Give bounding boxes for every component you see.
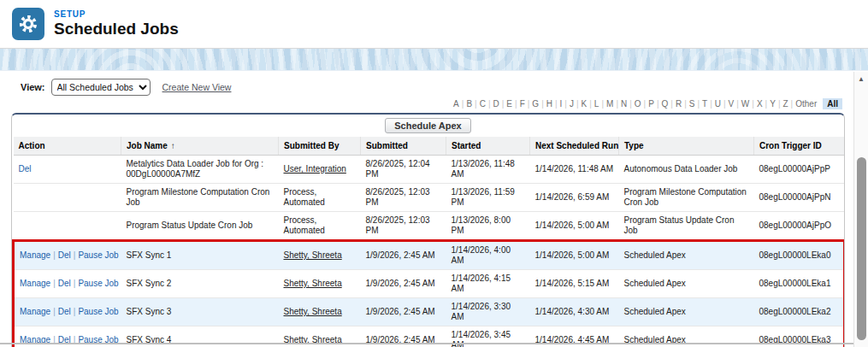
alphabet-index: ABCDEFGHIJKLMNOPQRSTUVWXYZ Other All [0,97,868,110]
pause-job-link[interactable]: Pause Job [78,307,118,316]
alphabet-letter-link[interactable]: X [757,99,770,109]
table-header-row: Action Job Name↑ Submitted By Submitted … [14,137,845,156]
alphabet-letter-link[interactable]: D [493,99,507,109]
alphabet-letter-link[interactable]: Z [782,99,795,109]
alphabet-letter-link[interactable]: V [729,99,741,109]
started-cell: 1/14/2026, 4:00 AM [446,241,530,270]
vertical-scrollbar[interactable]: ▲ [853,72,868,347]
job-name-cell: Program Milestone Computation Cron Job [121,184,279,212]
table-row-annotated: Manage|Del|Pause Job SFX Sync 3 Shetty, … [14,298,845,326]
cron-id-cell: 08egL00000AjPpP [754,156,845,184]
started-cell: 1/14/2026, 4:15 AM [446,270,530,298]
submitted-cell: 8/26/2025, 12:03 PM [361,184,446,212]
column-header-cron-trigger-id[interactable]: Cron Trigger ID [754,137,845,156]
column-header-submitted[interactable]: Submitted [361,137,446,156]
pause-job-link[interactable]: Pause Job [78,250,118,260]
alphabet-all-link-active[interactable]: All [823,98,842,109]
started-cell: 1/13/2026, 8:00 PM [446,212,530,241]
column-header-submitted-by[interactable]: Submitted By [279,137,361,156]
alphabet-letter-link[interactable]: B [466,99,479,109]
submitted-by-cell: Process, Automated [279,212,361,241]
submitted-by-cell: Process, Automated [279,184,361,212]
alphabet-letter-link[interactable]: N [621,99,635,109]
del-link[interactable]: Del [58,250,71,260]
column-header-started[interactable]: Started [446,137,530,156]
alphabet-letter-link[interactable]: E [506,99,519,109]
table-row: Program Status Update Cron Job Process, … [14,212,845,241]
scrollbar-thumb[interactable] [857,157,866,340]
del-link[interactable]: Del [19,164,32,174]
alphabet-letter-link[interactable]: J [570,99,582,109]
alphabet-letter-link[interactable]: R [676,99,689,109]
table-row-annotated: Manage|Del|Pause Job SFX Sync 1 Shetty, … [14,241,845,270]
started-cell: 1/13/2026, 11:59 PM [446,184,530,212]
alphabet-letter-link[interactable]: Y [770,99,782,109]
submitted-by-link[interactable]: Shetty, Shreeta [284,250,342,260]
page-title: Scheduled Jobs [54,20,179,38]
header-text: SETUP Scheduled Jobs [54,9,179,38]
window-bottom-edge [0,343,853,344]
create-new-view-link[interactable]: Create New View [162,82,232,92]
alphabet-letter-link[interactable]: M [606,99,621,109]
submitted-cell: 1/9/2026, 2:45 AM [361,298,446,326]
job-name-cell: Metalytics Data Loader Job for Org : 00D… [121,156,279,184]
next-run-cell: 1/14/2026, 4:30 AM [530,298,619,326]
alphabet-letter-link[interactable]: F [520,99,533,109]
setup-scheduled-jobs-page: SETUP Scheduled Jobs View: All Scheduled… [0,0,868,347]
column-header-action[interactable]: Action [14,137,121,156]
sort-asc-icon: ↑ [171,141,175,150]
table-row: Program Milestone Computation Cron Job P… [14,184,845,212]
alphabet-letters: ABCDEFGHIJKLMNOPQRSTUVWXYZ [453,99,795,109]
type-cell: Scheduled Apex [619,241,754,270]
del-link[interactable]: Del [58,279,71,288]
alphabet-letter-link[interactable]: T [702,99,715,109]
alphabet-letter-link[interactable]: S [689,99,702,109]
alphabet-letter-link[interactable]: G [532,99,546,109]
table-row: Del Metalytics Data Loader Job for Org :… [14,156,845,184]
setup-icon-tile [12,8,44,40]
job-name-cell: SFX Sync 1 [121,241,279,270]
pause-job-link[interactable]: Pause Job [78,279,118,288]
alphabet-letter-link[interactable]: P [648,99,661,109]
alphabet-letter-link[interactable]: C [480,99,493,109]
submitted-cell: 8/26/2025, 12:03 PM [361,212,446,241]
table-row-annotated: Manage|Del|Pause Job SFX Sync 2 Shetty, … [14,270,845,298]
column-header-job-name[interactable]: Job Name↑ [121,137,279,156]
next-run-cell: 1/14/2026, 5:00 AM [530,241,619,270]
del-link[interactable]: Del [58,307,71,316]
next-run-cell: 1/14/2026, 6:59 AM [530,184,619,212]
list-button-row: Schedule Apex [12,115,844,137]
scrollbar-up-arrow-icon[interactable]: ▲ [854,72,868,85]
alphabet-letter-link[interactable]: O [635,99,648,109]
cron-id-cell: 08egL00000LEka2 [754,298,845,326]
submitted-cell: 1/9/2026, 2:45 AM [361,241,446,270]
alphabet-letter-link[interactable]: L [594,99,606,109]
started-cell: 1/14/2026, 3:30 AM [446,298,530,326]
cron-id-cell: 08egL00000AjPpO [754,212,845,241]
manage-link[interactable]: Manage [20,307,50,316]
alphabet-letter-link[interactable]: Q [662,99,676,109]
manage-link[interactable]: Manage [20,250,50,260]
submitted-by-link[interactable]: User, Integration [284,164,346,174]
submitted-by-link[interactable]: Shetty, Shreeta [284,279,342,288]
page-header: SETUP Scheduled Jobs [0,0,868,49]
alphabet-other-link[interactable]: Other [795,99,817,109]
view-select[interactable]: All Scheduled Jobs [51,79,151,96]
schedule-apex-button[interactable]: Schedule Apex [385,118,470,133]
submitted-by-link[interactable]: Shetty, Shreeta [284,307,342,316]
job-name-cell: Program Status Update Cron Job [121,212,279,241]
alphabet-letter-link[interactable]: U [715,99,729,109]
alphabet-letter-link[interactable]: K [582,99,594,109]
started-cell: 1/13/2026, 11:48 AM [446,156,530,184]
cron-id-cell: 08egL00000LEka0 [754,241,845,270]
alphabet-letter-link[interactable]: I [560,99,570,109]
next-run-cell: 1/14/2026, 11:48 AM [530,156,619,184]
alphabet-letter-link[interactable]: W [741,99,757,109]
cron-id-cell: 08egL00000AjPpN [754,184,845,212]
column-header-type[interactable]: Type [619,137,754,156]
type-cell: Program Status Update Cron Job [619,212,754,241]
manage-link[interactable]: Manage [20,279,50,288]
column-header-next-scheduled-run[interactable]: Next Scheduled Run [530,137,619,156]
alphabet-letter-link[interactable]: H [546,99,560,109]
alphabet-letter-link[interactable]: A [453,99,466,109]
